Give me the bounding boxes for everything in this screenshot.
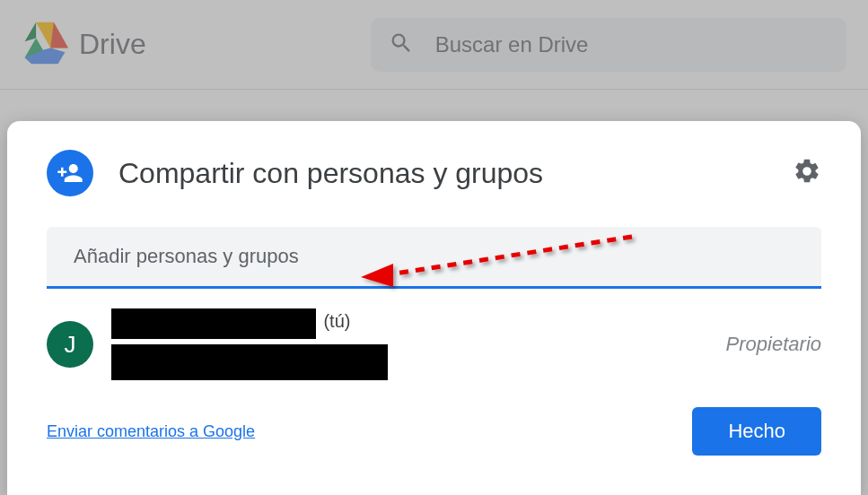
person-add-icon bbox=[47, 150, 93, 196]
avatar: J bbox=[47, 321, 93, 368]
redacted-name bbox=[111, 308, 316, 339]
user-row: J (tú) Propietario bbox=[47, 308, 821, 380]
dialog-title: Compartir con personas y grupos bbox=[118, 157, 767, 190]
gear-icon[interactable] bbox=[793, 157, 821, 189]
you-label: (tú) bbox=[323, 311, 350, 331]
add-people-input[interactable]: Añadir personas y grupos bbox=[47, 227, 821, 289]
feedback-link[interactable]: Enviar comentarios a Google bbox=[47, 422, 255, 441]
done-button[interactable]: Hecho bbox=[692, 407, 821, 456]
role-label: Propietario bbox=[726, 333, 821, 356]
redacted-email bbox=[111, 344, 388, 380]
add-people-placeholder: Añadir personas y grupos bbox=[74, 245, 299, 267]
share-dialog: Compartir con personas y grupos Añadir p… bbox=[7, 121, 861, 495]
